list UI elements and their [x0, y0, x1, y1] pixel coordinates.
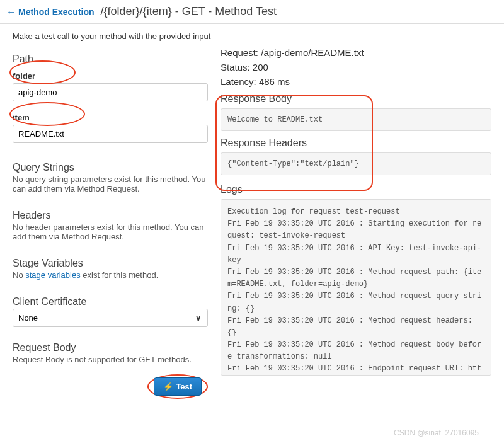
stage-vars-link[interactable]: stage variables: [25, 270, 80, 280]
left-column: Path folder item Query Strings No query …: [13, 47, 208, 399]
back-link[interactable]: ← Method Execution: [6, 6, 94, 18]
stage-vars-desc: No stage variables exist for this method…: [13, 270, 208, 280]
content-area: Path folder item Query Strings No query …: [0, 47, 504, 411]
status-label: Status:: [220, 62, 253, 72]
item-label: item: [13, 113, 30, 122]
client-cert-title: Client Certificate: [13, 296, 208, 307]
highlight-circle-icon: ⚡ Test: [147, 374, 208, 399]
client-cert-select[interactable]: [13, 309, 208, 327]
headers-desc: No header parameters exist for this meth…: [13, 222, 208, 241]
stage-vars-suffix: exist for this method.: [81, 270, 159, 280]
test-button[interactable]: ⚡ Test: [154, 377, 202, 396]
logs-box[interactable]: Execution log for request test-request F…: [220, 199, 491, 376]
client-cert-select-wrapper: ∨: [13, 309, 208, 327]
request-body-title: Request Body: [13, 342, 208, 353]
stage-vars-prefix: No: [13, 270, 25, 280]
back-arrow-icon: ←: [6, 6, 16, 18]
request-body-desc: Request Body is not supported for GET me…: [13, 355, 208, 364]
page-title: /{folder}/{item} - GET - Method Test: [101, 5, 277, 18]
test-button-wrapper: ⚡ Test: [13, 374, 208, 399]
request-label: Request:: [220, 47, 261, 58]
right-column: Request: /apig-demo/README.txt Status: 2…: [220, 47, 491, 399]
intro-text: Make a test call to your method with the…: [0, 24, 504, 47]
request-value: /apig-demo/README.txt: [261, 47, 364, 58]
latency-label: Latency:: [220, 76, 259, 87]
latency-line: Latency: 486 ms: [220, 76, 491, 87]
headers-title: Headers: [13, 210, 208, 221]
latency-value: 486 ms: [259, 76, 290, 87]
request-line: Request: /apig-demo/README.txt: [220, 47, 491, 58]
query-strings-title: Query Strings: [13, 162, 208, 173]
path-title: Path: [13, 54, 208, 65]
folder-input[interactable]: [13, 83, 208, 101]
test-button-label: Test: [176, 382, 192, 391]
header-bar: ← Method Execution /{folder}/{item} - GE…: [0, 0, 504, 24]
folder-label: folder: [13, 71, 35, 81]
response-highlight-box: [215, 95, 373, 191]
bolt-icon: ⚡: [163, 382, 173, 391]
status-value: 200: [253, 62, 268, 72]
query-strings-desc: No query string parameters exist for thi…: [13, 175, 208, 193]
stage-vars-title: Stage Variables: [13, 258, 208, 269]
item-input[interactable]: [13, 125, 208, 143]
status-line: Status: 200: [220, 62, 491, 72]
back-label: Method Execution: [18, 7, 94, 17]
